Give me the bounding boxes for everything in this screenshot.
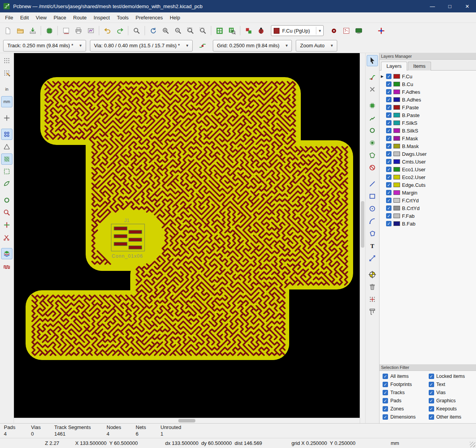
layer-selector[interactable]: F.Cu (PgUp)▾ xyxy=(271,25,324,36)
crosshair-tool-button[interactable] xyxy=(375,25,387,36)
filter-pads[interactable]: ✓Pads xyxy=(383,398,429,403)
zoom-select[interactable]: Zoom Auto ▾ xyxy=(296,40,337,52)
layer-row-eco1-user[interactable]: ✓Eco1.User xyxy=(379,165,476,173)
filter-tracks[interactable]: ✓Tracks xyxy=(383,390,429,395)
tab-layers[interactable]: Layers xyxy=(381,62,407,71)
save-board-button[interactable] xyxy=(27,25,38,36)
filter-checkbox[interactable]: ✓ xyxy=(383,382,388,387)
layer-visibility-checkbox[interactable]: ✓ xyxy=(386,105,391,110)
drill-origin-button[interactable] xyxy=(367,269,378,280)
filter-all-items[interactable]: ✓All items xyxy=(383,374,429,379)
layer-row-f-cu[interactable]: ▶✓F.Cu xyxy=(379,72,476,80)
filter-checkbox[interactable]: ✓ xyxy=(429,374,434,379)
tab-items[interactable]: Items xyxy=(408,62,431,71)
add-footprint-button[interactable] xyxy=(367,100,378,111)
pads-sketch-button[interactable] xyxy=(1,129,12,140)
microwave-tools-button[interactable] xyxy=(1,260,12,272)
layer-row-f-crtyd[interactable]: ✓F.CrtYd xyxy=(379,196,476,204)
3d-viewer-button[interactable] xyxy=(353,25,364,36)
cleanup-tracks-button[interactable] xyxy=(1,232,12,243)
update-pcb-button[interactable] xyxy=(243,25,254,36)
add-filled-zone-button[interactable] xyxy=(367,137,378,148)
layer-visibility-checkbox[interactable]: ✓ xyxy=(386,81,391,87)
filter-zones[interactable]: ✓Zones xyxy=(383,406,429,412)
filter-vias[interactable]: ✓Vias xyxy=(429,390,475,395)
filter-locked-items[interactable]: ✓Locked items xyxy=(429,374,475,379)
layer-visibility-checkbox[interactable]: ✓ xyxy=(386,89,391,95)
close-button[interactable]: ✕ xyxy=(459,0,476,12)
layer-color-swatch[interactable] xyxy=(393,190,400,195)
filter-checkbox[interactable]: ✓ xyxy=(383,374,388,379)
grid-visibility-button[interactable] xyxy=(1,55,12,66)
zones-display-button[interactable] xyxy=(1,153,12,165)
layer-color-swatch[interactable] xyxy=(393,113,400,117)
layer-color-swatch[interactable] xyxy=(393,183,400,187)
zones-nofill-button[interactable] xyxy=(1,178,12,190)
menu-place[interactable]: Place xyxy=(50,13,70,22)
filter-checkbox[interactable]: ✓ xyxy=(429,406,434,412)
page-settings-button[interactable] xyxy=(60,25,72,36)
layer-color-swatch[interactable] xyxy=(393,74,400,79)
layer-row-f-fab[interactable]: ✓F.Fab xyxy=(379,212,476,220)
vias-sketch-button[interactable] xyxy=(1,195,12,206)
menu-inspect[interactable]: Inspect xyxy=(90,13,114,22)
layer-row-b-mask[interactable]: ✓B.Mask xyxy=(379,142,476,150)
layer-row-dwgs-user[interactable]: ✓Dwgs.User xyxy=(379,150,476,158)
layer-color-swatch[interactable] xyxy=(393,136,400,141)
route-tool-button[interactable] xyxy=(367,71,378,83)
filter-checkbox[interactable]: ✓ xyxy=(383,398,388,403)
filter-checkbox[interactable]: ✓ xyxy=(383,390,388,395)
track-width-select[interactable]: Track: 0.250 mm (9.84 mils) * ▾ xyxy=(3,40,86,52)
layer-visibility-checkbox[interactable]: ✓ xyxy=(386,112,391,118)
find-button[interactable] xyxy=(131,25,142,36)
filter-dimensions[interactable]: ✓Dimensions xyxy=(383,414,429,420)
menu-edit[interactable]: Edit xyxy=(17,13,32,22)
horizontal-scroll-thumb[interactable] xyxy=(178,419,195,422)
layer-color-swatch[interactable] xyxy=(393,175,400,179)
minimize-button[interactable]: — xyxy=(424,0,441,12)
layer-visibility-checkbox[interactable]: ✓ xyxy=(386,136,391,141)
zones-outline-button[interactable] xyxy=(1,166,12,177)
footprint-editor-button[interactable] xyxy=(214,25,225,36)
ratsnest-button[interactable] xyxy=(1,141,12,152)
drc-button[interactable] xyxy=(255,25,267,36)
units-mm-button[interactable]: mm xyxy=(1,96,12,107)
units-inches-button[interactable]: in xyxy=(1,84,12,95)
layer-visibility-checkbox[interactable]: ✓ xyxy=(386,174,391,180)
menu-view[interactable]: View xyxy=(32,13,50,22)
layer-color-swatch[interactable] xyxy=(393,144,400,148)
undo-button[interactable] xyxy=(102,25,113,36)
layer-row-b-crtyd[interactable]: ✓B.CrtYd xyxy=(379,204,476,212)
footprint-browser-button[interactable] xyxy=(226,25,238,36)
board-setup-button[interactable] xyxy=(43,25,55,36)
layer-visibility-checkbox[interactable]: ✓ xyxy=(386,182,391,188)
add-keepout-button[interactable] xyxy=(367,162,378,173)
layer-visibility-checkbox[interactable]: ✓ xyxy=(386,74,391,79)
new-board-button[interactable] xyxy=(2,25,14,36)
layer-color-swatch[interactable] xyxy=(393,159,400,164)
menu-route[interactable]: Route xyxy=(70,13,90,22)
vertical-scrollbar[interactable] xyxy=(360,53,365,423)
layer-color-swatch[interactable] xyxy=(393,82,400,86)
layer-visibility-checkbox[interactable]: ✓ xyxy=(386,190,391,195)
layer-row-cmts-user[interactable]: ✓Cmts.User xyxy=(379,158,476,165)
filter-other-items[interactable]: ✓Other items xyxy=(429,414,475,420)
layer-visibility-checkbox[interactable]: ✓ xyxy=(386,120,391,126)
add-dimension-button[interactable] xyxy=(367,253,378,264)
add-via-button[interactable] xyxy=(367,125,378,136)
layer-visibility-checkbox[interactable]: ✓ xyxy=(386,97,391,102)
zoom-out-button[interactable] xyxy=(172,25,184,36)
grid-select[interactable]: Grid: 0.2500 mm (9.84 mils) ▾ xyxy=(213,40,292,52)
layer-visibility-checkbox[interactable]: ✓ xyxy=(386,167,391,172)
redo-button[interactable] xyxy=(114,25,126,36)
cursor-shape-button[interactable] xyxy=(1,112,12,124)
layer-color-swatch[interactable] xyxy=(393,121,400,125)
layer-color-swatch[interactable] xyxy=(393,105,400,110)
resize-grip[interactable] xyxy=(470,442,475,447)
layer-row-b-adhes[interactable]: ✓B.Adhes xyxy=(379,96,476,103)
maximize-button[interactable]: □ xyxy=(441,0,459,12)
footprint-wizard-button[interactable] xyxy=(340,25,352,36)
via-tool-button[interactable] xyxy=(328,25,340,36)
filter-graphics[interactable]: ✓Graphics xyxy=(429,398,475,403)
highlight-net-button[interactable] xyxy=(367,84,378,95)
